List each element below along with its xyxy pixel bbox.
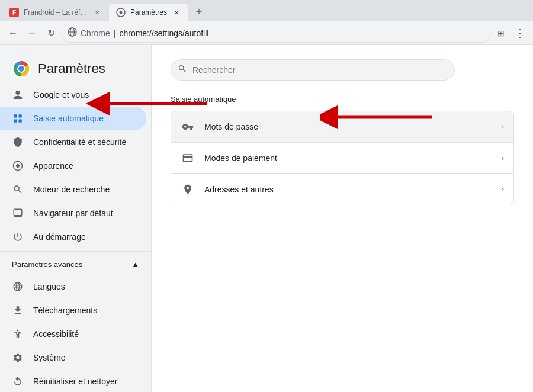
parametres-favicon [116,8,126,17]
settings-row-passwords[interactable]: Mots de passe › [171,111,513,143]
frandroid-tab-title: Frandroid – La référence tech po... [24,8,88,17]
downloads-icon [12,304,24,316]
sidebar-item-default-browser[interactable]: Navigateur par défaut [0,201,146,225]
browser-toolbar: ← → ↻ Chrome | chrome://settings/autofil… [0,21,533,45]
languages-label: Langues [33,282,65,291]
sidebar-item-accessibility[interactable]: Accessibilité [0,322,146,346]
parametres-tab-title: Paramètres [130,8,167,17]
password-icon [181,120,195,134]
sidebar-item-startup[interactable]: Au démarrage [0,225,146,249]
default-browser-icon [12,207,24,219]
svg-rect-10 [14,120,17,123]
addresses-arrow: › [502,185,504,194]
system-label: Système [33,353,65,362]
search-input-icon [178,64,187,76]
autofill-icon [12,113,24,124]
startup-icon [12,231,24,243]
section-heading: Saisie automatique [171,95,514,104]
sidebar-item-system[interactable]: Système [0,346,146,369]
appearance-icon [12,160,24,172]
search-input-wrap [171,59,455,81]
address-path-text: chrome://settings/autofill [119,28,208,38]
sidebar-item-reset[interactable]: Réinitialiser et nettoyer [0,369,146,392]
content-area: Saisie automatique Mots de passe › [152,45,533,392]
svg-point-1 [120,11,123,14]
sidebar-item-google[interactable]: Google et vous [0,83,146,107]
forward-button[interactable]: → [24,25,40,41]
address-chrome-text: Chrome [81,28,110,38]
frandroid-tab-close[interactable]: ✕ [92,8,102,17]
addresses-icon [181,182,195,197]
passwords-label: Mots de passe [204,122,492,131]
google-icon [12,89,24,101]
accessibility-icon [12,328,24,340]
addresses-label: Adresses et autres [204,185,492,194]
advanced-section-title[interactable]: Paramètres avancés ▲ [0,254,151,275]
sidebar-item-autofill[interactable]: Saisie automatique [0,107,146,130]
advanced-label: Paramètres avancés [12,260,82,269]
search-icon [12,184,24,195]
search-input[interactable] [171,59,455,81]
address-bar-icon [68,27,77,38]
accessibility-label: Accessibilité [33,329,79,339]
settings-row-payment[interactable]: Modes de paiement › [171,143,513,174]
system-icon [12,352,24,364]
payment-arrow: › [502,154,504,162]
svg-rect-11 [19,114,22,117]
svg-rect-9 [14,114,17,117]
search-label: Moteur de recherche [33,185,110,194]
sidebar-item-privacy[interactable]: Confidentialité et sécurité [0,130,146,154]
sidebar: Paramètres Google et vous Saisie automat… [0,45,152,392]
sidebar-item-downloads[interactable]: Téléchargements [0,298,146,322]
sidebar-item-languages[interactable]: Langues [0,275,146,298]
reset-label: Réinitialiser et nettoyer [33,377,117,386]
section-divider [0,251,151,252]
downloads-label: Téléchargements [33,306,97,315]
main-layout: Paramètres Google et vous Saisie automat… [0,45,533,392]
startup-label: Au démarrage [33,232,86,242]
passwords-arrow: › [502,123,504,131]
advanced-toggle-icon: ▲ [131,260,139,269]
tab-frandroid[interactable]: F Frandroid – La référence tech po... ✕ [2,4,109,21]
svg-rect-15 [14,209,22,216]
sidebar-title: Paramètres [38,61,105,76]
svg-point-14 [16,164,20,168]
menu-button[interactable]: ⋮ [512,25,528,41]
privacy-icon [12,136,24,148]
languages-icon [12,281,24,293]
address-bar[interactable]: Chrome | chrome://settings/autofill [62,24,490,42]
frandroid-favicon: F [9,8,19,17]
search-bar-wrap [171,59,514,81]
parametres-tab-close[interactable]: ✕ [172,8,181,17]
settings-list: Mots de passe › Modes de paiement › [171,111,514,205]
address-bar-wrap: Chrome | chrome://settings/autofill [62,24,490,42]
autofill-label: Saisie automatique [33,114,104,123]
back-button[interactable]: ← [5,25,21,41]
reload-button[interactable]: ↻ [43,25,59,41]
tab-bar: F Frandroid – La référence tech po... ✕ … [0,0,533,21]
tab-parametres[interactable]: Paramètres ✕ [109,4,188,21]
sidebar-item-search[interactable]: Moteur de recherche [0,178,146,201]
privacy-label: Confidentialité et sécurité [33,137,126,147]
profile-button[interactable]: ⊞ [493,25,509,41]
payment-label: Modes de paiement [204,153,492,163]
address-separator: | [114,28,116,38]
svg-point-8 [18,66,24,72]
svg-point-18 [17,330,19,332]
sidebar-item-appearance[interactable]: Apparence [0,154,146,178]
svg-rect-12 [19,120,22,123]
appearance-label: Apparence [33,161,73,171]
payment-icon [181,151,195,165]
settings-row-addresses[interactable]: Adresses et autres › [171,174,513,205]
chrome-logo [12,59,31,78]
new-tab-button[interactable]: + [191,4,207,21]
reset-icon [12,375,24,387]
google-label: Google et vous [33,90,89,99]
default-browser-label: Navigateur par défaut [33,208,113,218]
